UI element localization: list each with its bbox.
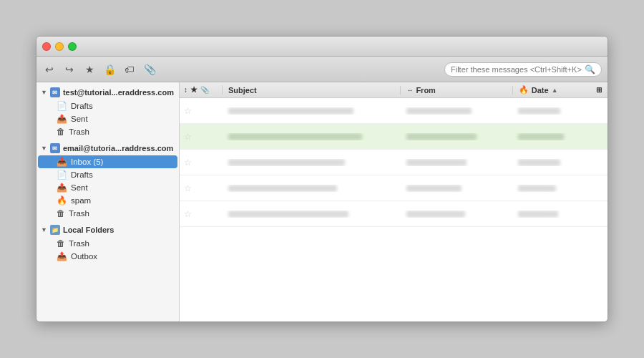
inbox2-label: Inbox (5) xyxy=(71,158,103,166)
star-icon-5[interactable]: ☆ xyxy=(184,209,192,219)
msg-subject-4 xyxy=(223,185,401,192)
sidebar-item-spam2[interactable]: 🔥 spam xyxy=(38,194,177,207)
account1-icon: ✉ xyxy=(50,87,60,97)
tag-icon[interactable]: 🏷 xyxy=(122,62,137,77)
msg-date-4 xyxy=(512,185,608,192)
col-date-panel-icon: ⊞ xyxy=(596,86,602,94)
sent2-label: Sent xyxy=(71,183,88,192)
col-read-icon: ↕ xyxy=(184,86,187,94)
date-blur-4 xyxy=(518,185,556,192)
subject-blur-5 xyxy=(228,211,348,218)
titlebar xyxy=(36,37,608,57)
from-blur-2 xyxy=(406,133,477,140)
col-star-header-icon: ★ xyxy=(190,85,197,95)
col-date-header[interactable]: 🔥 Date ▲ ⊞ xyxy=(513,85,608,95)
sent2-icon: 📤 xyxy=(57,183,67,193)
account2-arrow: ▼ xyxy=(41,145,47,152)
table-row[interactable]: ☆ xyxy=(180,124,608,150)
account1-arrow: ▼ xyxy=(41,89,47,96)
msg-date-1 xyxy=(512,107,608,115)
msg-from-2 xyxy=(401,133,512,140)
toolbar: ↩ ↪ ★ 🔒 🏷 📎 🔍 xyxy=(36,57,608,82)
date-blur-3 xyxy=(518,159,560,166)
trash1-label: Trash xyxy=(69,127,89,136)
trash2-icon: 🗑 xyxy=(57,208,65,218)
msg-icons-1: ☆ xyxy=(180,106,223,116)
msg-icons-3: ☆ xyxy=(180,158,223,168)
table-row[interactable]: ☆ xyxy=(180,150,608,175)
col-date-sort-icon: ▲ xyxy=(552,87,558,94)
main-window: ↩ ↪ ★ 🔒 🏷 📎 🔍 ▼ ✉ test@tutorial...eraddr… xyxy=(36,36,608,322)
drafts2-icon: 📄 xyxy=(57,170,67,180)
msg-date-3 xyxy=(512,159,608,166)
maximize-button[interactable] xyxy=(68,42,77,51)
col-from-header[interactable]: ↔ From xyxy=(401,86,512,95)
col-attach-header-icon: 📎 xyxy=(200,86,209,94)
drafts1-label: Drafts xyxy=(71,102,93,110)
local-label: Local Folders xyxy=(63,226,114,234)
account2-header[interactable]: ▼ ✉ email@tutoria...raddress.com xyxy=(36,141,179,155)
sidebar-item-trash-local[interactable]: 🗑 Trash xyxy=(38,237,177,250)
col-from-label: From xyxy=(416,86,436,95)
attach-icon[interactable]: 📎 xyxy=(142,62,157,77)
date-blur-2 xyxy=(518,133,564,140)
local-icon: 📁 xyxy=(50,225,60,235)
col-date-flame-icon: 🔥 xyxy=(519,85,529,95)
msg-subject-2 xyxy=(223,133,401,140)
star-icon-4[interactable]: ☆ xyxy=(184,183,192,193)
subject-blur-3 xyxy=(228,159,345,166)
from-blur-5 xyxy=(406,211,464,218)
content-pane: ↕ ★ 📎 Subject ↔ From 🔥 Date ▲ ⊞ xyxy=(180,82,608,321)
drafts2-label: Drafts xyxy=(71,170,93,179)
outbox-local-icon: 📤 xyxy=(57,251,67,261)
search-input[interactable] xyxy=(451,65,585,74)
msg-subject-5 xyxy=(223,211,401,218)
sidebar-item-inbox2[interactable]: 📥 Inbox (5) xyxy=(38,155,177,168)
msg-date-2 xyxy=(512,133,608,140)
msg-icons-4: ☆ xyxy=(180,183,223,193)
account1-label: test@tutorial...eraddress.com xyxy=(63,88,174,97)
minimize-button[interactable] xyxy=(55,42,64,51)
close-button[interactable] xyxy=(42,42,51,51)
star-icon-2[interactable]: ☆ xyxy=(184,132,192,142)
sidebar-item-drafts1[interactable]: 📄 Drafts xyxy=(38,100,177,112)
inbox2-icon: 📥 xyxy=(57,157,67,167)
star-icon[interactable]: ★ xyxy=(82,62,97,77)
from-blur-1 xyxy=(406,107,472,115)
reply-icon[interactable]: ↩ xyxy=(42,62,57,77)
search-submit-icon[interactable]: 🔍 xyxy=(585,64,595,74)
trash1-icon: 🗑 xyxy=(57,127,65,137)
main-area: ▼ ✉ test@tutorial...eraddress.com 📄 Draf… xyxy=(36,82,608,321)
col-subject-header[interactable]: Subject xyxy=(223,86,401,95)
subject-blur-4 xyxy=(228,185,337,192)
table-row[interactable]: ☆ xyxy=(180,175,608,201)
star-icon-3[interactable]: ☆ xyxy=(184,158,192,168)
col-icons-header[interactable]: ↕ ★ 📎 xyxy=(180,85,223,95)
table-row[interactable]: ☆ xyxy=(180,201,608,227)
search-box[interactable]: 🔍 xyxy=(444,62,602,77)
date-blur-1 xyxy=(518,107,560,115)
trash2-label: Trash xyxy=(69,209,89,218)
sidebar-item-trash1[interactable]: 🗑 Trash xyxy=(38,125,177,138)
local-folders-header[interactable]: ▼ 📁 Local Folders xyxy=(36,223,179,237)
msg-from-1 xyxy=(401,107,512,115)
sidebar-item-outbox-local[interactable]: 📤 Outbox xyxy=(38,250,177,263)
lock-icon[interactable]: 🔒 xyxy=(102,62,117,77)
sidebar-item-drafts2[interactable]: 📄 Drafts xyxy=(38,168,177,181)
account2-label: email@tutoria...raddress.com xyxy=(63,144,173,153)
star-icon-1[interactable]: ☆ xyxy=(184,106,192,116)
sidebar-item-sent2[interactable]: 📤 Sent xyxy=(38,181,177,194)
msg-subject-1 xyxy=(223,107,401,115)
msg-icons-5: ☆ xyxy=(180,209,223,219)
table-row[interactable]: ☆ xyxy=(180,98,608,124)
reply-all-icon[interactable]: ↪ xyxy=(62,62,77,77)
sidebar-item-trash2[interactable]: 🗑 Trash xyxy=(38,207,177,220)
sent1-label: Sent xyxy=(71,115,88,123)
msg-subject-3 xyxy=(223,159,401,166)
account1-header[interactable]: ▼ ✉ test@tutorial...eraddress.com xyxy=(36,85,179,100)
message-list: ☆ ☆ xyxy=(180,98,608,321)
spam2-icon: 🔥 xyxy=(57,195,67,205)
trash-local-icon: 🗑 xyxy=(57,238,65,248)
sidebar-item-sent1[interactable]: 📤 Sent xyxy=(38,112,177,125)
spam2-label: spam xyxy=(71,196,91,205)
